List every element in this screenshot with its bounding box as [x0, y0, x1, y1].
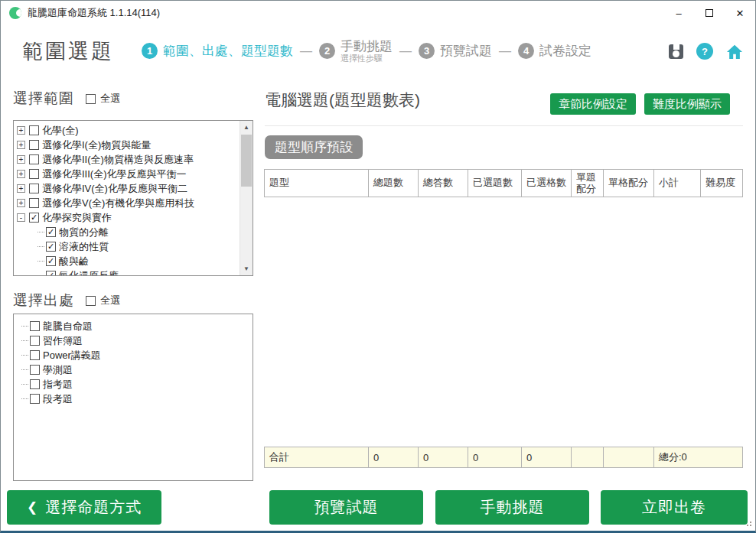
source-select-all-checkbox[interactable]: [86, 296, 96, 306]
tree-expander-icon[interactable]: +: [17, 184, 25, 193]
source-checkbox[interactable]: [30, 379, 40, 389]
tree-checkbox[interactable]: [46, 256, 56, 266]
source-checkbox[interactable]: [30, 350, 40, 360]
difficulty-ratio-button[interactable]: 難度比例顯示: [644, 93, 730, 115]
table-footer-cell: 合計: [265, 447, 369, 467]
question-order-button[interactable]: 題型順序預設: [265, 135, 363, 159]
range-section-header: 選擇範圍 全選: [13, 89, 120, 109]
app-window: 龍騰題庫命題系統 1.1.14(114) – ✕ 範圍選題 — 1 範圍、出處、…: [0, 0, 756, 533]
maximize-icon[interactable]: [694, 1, 725, 25]
tree-expander-icon[interactable]: +: [17, 155, 25, 164]
tree-item[interactable]: 溶液的性質: [17, 239, 237, 254]
tree-expander-icon[interactable]: +: [17, 126, 25, 135]
tree-item[interactable]: + 選修化學II(全)物質構造與反應速率: [17, 152, 237, 167]
tree-connector: [37, 275, 44, 276]
tree-checkbox[interactable]: [29, 154, 39, 164]
tree-checkbox[interactable]: [29, 198, 39, 208]
source-checkbox[interactable]: [30, 321, 40, 331]
tree-checkbox[interactable]: [46, 271, 56, 276]
source-item[interactable]: 段考題: [21, 392, 248, 406]
source-item[interactable]: Power講義題: [21, 348, 248, 362]
tree-item[interactable]: 酸與鹼: [17, 254, 237, 268]
source-item[interactable]: 龍騰自命題: [21, 319, 248, 333]
tree-item[interactable]: + 選修化學I(全)物質與能量: [17, 138, 237, 152]
source-item[interactable]: 學測題: [21, 362, 248, 377]
ratio-buttons: 章節比例設定 難度比例顯示: [550, 93, 730, 115]
tree-checkbox[interactable]: [46, 242, 56, 252]
wizard-step[interactable]: — 4 試卷設定: [492, 43, 591, 59]
chapter-ratio-button[interactable]: 章節比例設定: [550, 93, 636, 115]
source-checkbox[interactable]: [30, 336, 40, 346]
app-logo-icon: [9, 7, 21, 19]
generate-button[interactable]: 立即出卷: [601, 490, 748, 525]
source-item[interactable]: 習作簿題: [21, 333, 248, 348]
table-header-cell: 題型: [265, 170, 369, 197]
tree-item-label: 選修化學V(全)有機化學與應用科技: [42, 197, 194, 210]
preview-button[interactable]: 預覽試題: [269, 490, 423, 525]
scroll-thumb[interactable]: [241, 135, 252, 187]
help-icon[interactable]: ?: [696, 43, 713, 60]
titlebar: 龍騰題庫命題系統 1.1.14(114) – ✕: [1, 1, 755, 25]
tree-connector: [21, 355, 28, 356]
source-item-label: 龍騰自命題: [43, 320, 93, 333]
tree-item-label: 化學探究與實作: [42, 211, 112, 225]
tree-item[interactable]: + 選修化學V(全)有機化學與應用科技: [17, 196, 237, 210]
range-select-all[interactable]: 全選: [86, 92, 120, 106]
tree-item[interactable]: + 選修化學IV(全)化學反應與平衡二: [17, 181, 237, 196]
window-controls: – ✕: [663, 1, 755, 25]
range-tree: + 化學(全) + 選修化學I(全)物質與能量 + 選修化學II(全)物質構造與…: [13, 120, 253, 276]
manual-pick-button[interactable]: 手動挑題: [435, 490, 589, 525]
tree-expander-icon[interactable]: +: [17, 170, 25, 178]
tree-checkbox[interactable]: [29, 125, 39, 135]
save-icon[interactable]: [669, 44, 683, 59]
tree-item[interactable]: + 化學(全): [17, 123, 237, 138]
wizard-step[interactable]: — 2 手動挑題選擇性步驟: [293, 39, 393, 64]
tree-connector: [37, 261, 44, 262]
table-header-cell: 單題配分: [572, 170, 604, 197]
step-sublabel: 選擇性步驟: [341, 54, 393, 63]
scroll-up-icon[interactable]: ▲: [240, 121, 253, 134]
source-checkbox[interactable]: [30, 365, 40, 375]
tree-checkbox[interactable]: [29, 213, 39, 223]
minimize-icon[interactable]: –: [663, 1, 694, 25]
tree-connector: [37, 232, 44, 232]
table-header-cell: 單格配分: [604, 170, 654, 197]
tree-item[interactable]: - 化學探究與實作: [17, 210, 237, 225]
home-icon[interactable]: [726, 44, 743, 60]
back-button[interactable]: ❮ 選擇命題方式: [7, 490, 161, 525]
step-label: 範圍、出處、題型題數: [163, 44, 293, 59]
wizard-step[interactable]: — 1 範圍、出處、題型題數: [142, 43, 293, 59]
step-number-badge: 1: [142, 43, 158, 59]
tree-item-label: 酸與鹼: [59, 255, 89, 268]
source-item-label: 段考題: [43, 392, 73, 406]
source-item[interactable]: 指考題: [21, 377, 248, 392]
tree-item[interactable]: + 選修化學III(全)化學反應與平衡一: [17, 167, 237, 181]
tree-connector: [21, 398, 28, 399]
resize-grip[interactable]: [744, 518, 751, 526]
table-header-cell: 總題數: [369, 170, 419, 197]
wizard-step[interactable]: — 3 預覽試題: [393, 43, 492, 59]
tree-item-label: 選修化學IV(全)化學反應與平衡二: [42, 182, 187, 196]
tree-scrollbar[interactable]: ▲ ▼: [240, 121, 253, 275]
tree-checkbox[interactable]: [29, 184, 39, 193]
table-footer-cell: 0: [369, 447, 419, 467]
tree-expander-icon[interactable]: -: [17, 213, 25, 222]
tree-checkbox[interactable]: [46, 227, 56, 237]
tree-expander-icon[interactable]: +: [17, 199, 25, 207]
tree-expander-icon[interactable]: +: [17, 141, 25, 149]
tree-checkbox[interactable]: [29, 140, 39, 150]
tree-checkbox[interactable]: [29, 169, 39, 179]
range-select-all-checkbox[interactable]: [86, 94, 96, 104]
tree-item-label: 氧化還原反應: [59, 269, 119, 277]
step-number-badge: 2: [319, 43, 335, 59]
tree-item[interactable]: 物質的分離: [17, 225, 237, 239]
scroll-down-icon[interactable]: ▼: [240, 262, 253, 275]
source-item-label: 指考題: [43, 378, 73, 392]
close-icon[interactable]: ✕: [725, 1, 755, 25]
source-select-all-label: 全選: [100, 294, 120, 307]
window-title: 龍騰題庫命題系統 1.1.14(114): [28, 6, 160, 20]
source-select-all[interactable]: 全選: [86, 294, 120, 307]
source-checkbox[interactable]: [30, 394, 40, 404]
tree-item[interactable]: 氧化還原反應: [17, 268, 237, 276]
tree-connector: [21, 340, 28, 341]
